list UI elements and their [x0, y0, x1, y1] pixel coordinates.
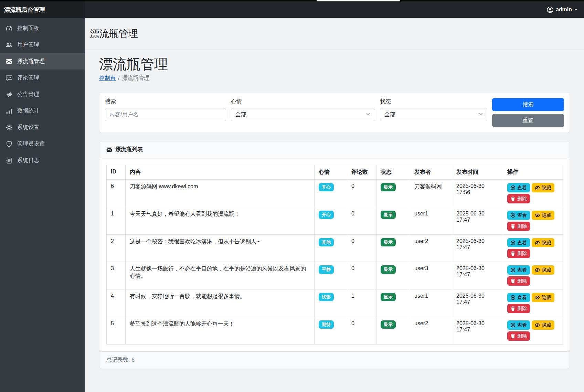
delete-button[interactable]: 删除 [507, 222, 530, 231]
delete-button[interactable]: 删除 [507, 276, 530, 286]
eye-slash-icon [535, 295, 540, 300]
breadcrumb-link-console[interactable]: 控制台 [99, 75, 116, 81]
column-header-publisher: 发布者 [410, 165, 452, 180]
cell-status: 显示 [376, 180, 410, 207]
breadcrumb-current: 漂流瓶管理 [122, 75, 149, 81]
mood-select[interactable]: 全部 [231, 108, 375, 121]
sidebar-item-admin-settings[interactable]: 管理员设置 [0, 136, 85, 152]
sidebar-item-system-logs[interactable]: 系统日志 [0, 152, 85, 169]
content-header: 漂流瓶管理 [85, 18, 584, 50]
hide-button[interactable]: 隐藏 [532, 183, 554, 192]
person-circle-icon [547, 7, 553, 13]
reset-button[interactable]: 重置 [492, 114, 564, 127]
cell-time: 2025-06-30 17:47 [452, 207, 503, 234]
view-button[interactable]: 查看 [507, 183, 530, 192]
cell-time: 2025-06-30 17:47 [452, 234, 503, 262]
status-select[interactable]: 全部 [380, 108, 487, 121]
search-field-group: 搜索 [105, 98, 226, 127]
cell-comments: 0 [347, 207, 376, 234]
megaphone-icon [6, 91, 12, 98]
sidebar-item-statistics[interactable]: 数据统计 [0, 103, 85, 119]
hide-button[interactable]: 隐藏 [532, 238, 554, 247]
cell-actions: 查看 隐藏 删除 [503, 207, 563, 234]
cell-content: 刀客源码网 www.dkewl.com [126, 180, 315, 207]
sidebar-item-label: 控制面板 [17, 25, 39, 32]
view-button[interactable]: 查看 [507, 265, 530, 275]
cell-actions: 查看 隐藏 删除 [503, 234, 563, 262]
bottle-list-card-body: ID 内容 心情 评论数 状态 发布者 发布时间 操作 6 刀客源码网 [99, 158, 570, 351]
sidebar-item-bottles[interactable]: 漂流瓶管理 [0, 53, 85, 70]
sidebar-item-dashboard[interactable]: 控制面板 [0, 20, 85, 36]
cell-id: 6 [107, 180, 126, 207]
status-badge: 显示 [381, 183, 396, 191]
cell-publisher: user2 [410, 234, 452, 262]
cell-status: 显示 [376, 262, 410, 289]
status-select-value: 全部 [384, 111, 395, 118]
envelope-icon [106, 147, 112, 152]
view-button[interactable]: 查看 [507, 320, 530, 330]
mood-field-group: 心情 全部 [231, 98, 375, 127]
cell-content: 有时候，安静地听一首歌，就能想起很多事情。 [126, 289, 315, 317]
cell-actions: 查看 隐藏 删除 [503, 289, 563, 317]
cell-time: 2025-06-30 17:47 [452, 262, 503, 289]
view-button[interactable]: 查看 [507, 238, 530, 247]
main-content: 漂流瓶管理 漂流瓶管理 控制台/漂流瓶管理 搜索 心情 全部 [85, 18, 584, 392]
table-row: 2 这是一个秘密：我很喜欢吃冰淇淋，但从不告诉别人~ 其他 0 显示 user2… [107, 234, 563, 262]
gear-icon [6, 124, 12, 131]
search-input[interactable] [105, 108, 226, 121]
eye-slash-icon [535, 240, 540, 245]
cell-publisher: user2 [410, 317, 452, 344]
view-button[interactable]: 查看 [507, 293, 530, 302]
chevron-down-icon [478, 112, 483, 118]
delete-button[interactable]: 删除 [507, 249, 530, 258]
sidebar-item-announcements[interactable]: 公告管理 [0, 86, 85, 103]
cell-content: 今天天气真好，希望能有人看到我的漂流瓶！ [126, 207, 315, 234]
chat-icon [6, 74, 12, 81]
hide-button[interactable]: 隐藏 [532, 320, 554, 330]
delete-button[interactable]: 删除 [507, 331, 530, 341]
cell-comments: 0 [347, 262, 376, 289]
sidebar-item-comments[interactable]: 评论管理 [0, 70, 85, 86]
cell-publisher: user3 [410, 262, 452, 289]
breadcrumb-separator: / [118, 75, 119, 81]
cell-comments: 0 [347, 317, 376, 344]
column-header-content: 内容 [126, 165, 315, 180]
hide-button[interactable]: 隐藏 [532, 211, 554, 220]
sidebar-item-users[interactable]: 用户管理 [0, 36, 85, 53]
sidebar-item-label: 用户管理 [17, 41, 39, 49]
table-row: 4 有时候，安静地听一首歌，就能想起很多事情。 忧郁 1 显示 user1 20… [107, 289, 563, 317]
filter-card: 搜索 心情 全部 状态 全部 [99, 92, 570, 133]
table-header-row: ID 内容 心情 评论数 状态 发布者 发布时间 操作 [107, 165, 563, 180]
sidebar-item-system-settings[interactable]: 系统设置 [0, 119, 85, 136]
column-header-id: ID [107, 165, 126, 180]
trash-icon [510, 251, 516, 256]
column-header-time: 发布时间 [452, 165, 503, 180]
mood-badge: 期待 [319, 320, 334, 329]
app-brand[interactable]: 漂流瓶后台管理 [0, 1, 85, 18]
cell-publisher: user1 [410, 207, 452, 234]
view-button[interactable]: 查看 [507, 211, 530, 220]
user-name: admin [556, 7, 572, 13]
cell-mood: 开心 [315, 207, 347, 234]
hide-button[interactable]: 隐藏 [532, 293, 554, 302]
search-button[interactable]: 搜索 [492, 98, 564, 111]
cell-id: 4 [107, 289, 126, 317]
hide-button[interactable]: 隐藏 [532, 265, 554, 275]
cell-content: 人生就像一场旅行，不必在乎目的地，在乎的是沿途的风景以及看风景的心情。 [126, 262, 315, 289]
column-header-mood: 心情 [315, 165, 347, 180]
trash-icon [510, 333, 516, 339]
delete-button[interactable]: 删除 [507, 304, 530, 313]
total-records-text: 总记录数: 6 [106, 357, 135, 363]
user-menu[interactable]: admin [541, 1, 584, 18]
status-badge: 显示 [381, 238, 396, 246]
cell-mood: 其他 [315, 234, 347, 262]
cell-id: 2 [107, 234, 126, 262]
cell-mood: 期待 [315, 317, 347, 344]
cell-mood: 平静 [315, 262, 347, 289]
eye-icon [510, 322, 516, 328]
delete-button[interactable]: 删除 [507, 194, 530, 203]
status-badge: 显示 [381, 320, 396, 329]
chevron-down-icon [366, 112, 371, 118]
eye-icon [510, 240, 516, 245]
eye-slash-icon [535, 322, 540, 328]
